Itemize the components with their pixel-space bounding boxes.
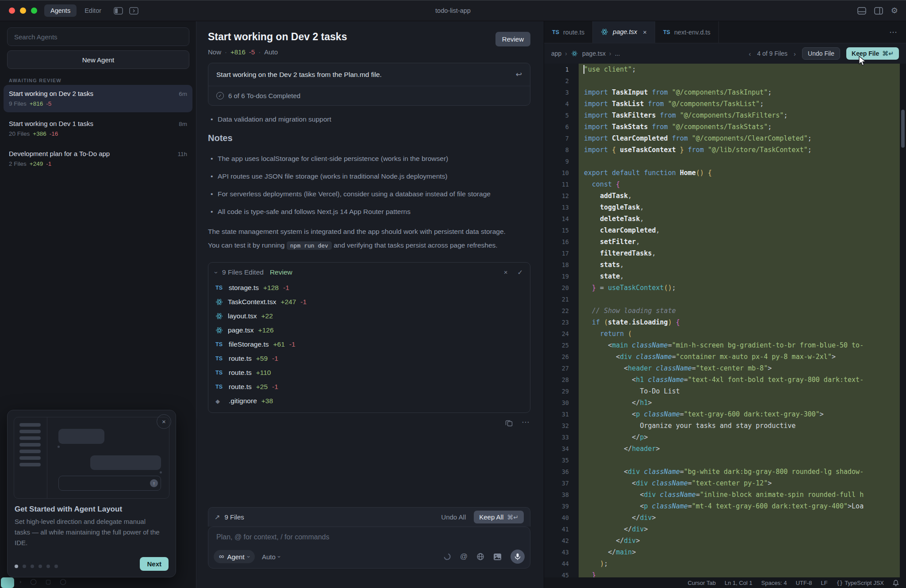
- code-line[interactable]: 24 return (: [544, 328, 906, 340]
- toggle-right-panel-icon[interactable]: [874, 7, 883, 15]
- mention-icon[interactable]: @: [460, 552, 468, 561]
- agent-list-item[interactable]: Development plan for a To-Do app11h2 Fil…: [4, 145, 192, 172]
- file-row[interactable]: ◆.gitignore+38: [208, 394, 530, 408]
- pagination-dot[interactable]: [15, 565, 18, 568]
- notifications-bell-icon[interactable]: [893, 580, 899, 586]
- collapse-chevron-icon[interactable]: ›: [213, 271, 220, 274]
- editor-scrollbar[interactable]: [900, 64, 906, 577]
- pagination-dot[interactable]: [54, 565, 58, 568]
- pagination-dot[interactable]: [38, 565, 42, 568]
- copy-icon[interactable]: [505, 419, 513, 427]
- zoom-window-button[interactable]: [31, 8, 37, 14]
- minimize-window-button[interactable]: [20, 8, 26, 14]
- code-line[interactable]: 35: [544, 454, 906, 466]
- code-line[interactable]: 4import TaskList from "@/components/Task…: [544, 98, 906, 110]
- code-line[interactable]: 25 <main className="min-h-screen bg-grad…: [544, 340, 906, 351]
- accept-all-icon[interactable]: ✓: [517, 268, 523, 276]
- code-line[interactable]: 15 clearCompleted,: [544, 225, 906, 236]
- status-item[interactable]: UTF-8: [796, 580, 812, 586]
- next-file-icon[interactable]: ›: [794, 50, 796, 57]
- prompt-composer[interactable]: Plan, @ for context, / for commands ∞ Ag…: [208, 527, 530, 569]
- close-tab-icon[interactable]: ×: [643, 28, 647, 36]
- web-globe-icon[interactable]: [476, 553, 484, 561]
- breadcrumb-root[interactable]: app: [551, 50, 561, 57]
- pagination-dot[interactable]: [46, 565, 50, 568]
- todos-progress-row[interactable]: ✓ 6 of 6 To-dos Completed: [208, 86, 530, 105]
- pagination-dot[interactable]: [23, 565, 26, 568]
- code-line[interactable]: 17 filteredTasks,: [544, 248, 906, 259]
- breadcrumb-more[interactable]: ...: [615, 50, 620, 57]
- tab-overflow-icon[interactable]: ⋯: [889, 27, 898, 37]
- tab-agents[interactable]: Agents: [44, 4, 77, 17]
- breadcrumb-file[interactable]: page.tsx: [582, 50, 606, 57]
- attach-image-icon[interactable]: [493, 553, 502, 561]
- editor-tab-page.tsx[interactable]: page.tsx×: [593, 21, 655, 43]
- code-line[interactable]: 42 </div>: [544, 535, 906, 546]
- agent-mode-selector[interactable]: ∞ Agent ›: [214, 550, 255, 563]
- code-line[interactable]: 7import ClearCompleted from "@/component…: [544, 133, 906, 144]
- file-row[interactable]: TSroute.ts+25-1: [208, 380, 530, 394]
- settings-gear-icon[interactable]: ⚙: [891, 7, 898, 15]
- code-line[interactable]: 39 <p className="mt-4 text-gray-600 dark…: [544, 500, 906, 512]
- language-mode[interactable]: {}TypeScript JSX: [837, 580, 884, 586]
- file-row[interactable]: TaskContext.tsx+247-1: [208, 295, 530, 309]
- more-options-icon[interactable]: ⋯: [522, 419, 530, 427]
- square-icon[interactable]: ▢: [46, 578, 51, 585]
- code-line[interactable]: 3import TaskInput from "@/components/Tas…: [544, 87, 906, 98]
- code-line[interactable]: 34 </header>: [544, 443, 906, 454]
- code-line[interactable]: 5import TaskFilters from "@/components/T…: [544, 110, 906, 121]
- code-line[interactable]: 23 if (state.isLoading) {: [544, 317, 906, 328]
- circle-icon[interactable]: ◯: [60, 578, 66, 585]
- code-line[interactable]: 19 state,: [544, 271, 906, 282]
- code-line[interactable]: 28 <h1 className="text-4xl font-bold tex…: [544, 374, 906, 386]
- scrollbar-thumb[interactable]: [901, 110, 905, 148]
- keep-file-button[interactable]: Keep File ⌘↵: [846, 47, 899, 60]
- status-item[interactable]: Ln 1, Col 1: [725, 580, 752, 586]
- code-line[interactable]: 13 toggleTask,: [544, 202, 906, 213]
- editor-tab-route.ts[interactable]: TSroute.ts: [544, 21, 593, 43]
- code-area[interactable]: 1"use client";23import TaskInput from "@…: [544, 64, 906, 577]
- code-line[interactable]: 33 </p>: [544, 431, 906, 443]
- agent-list-item[interactable]: Start working on Dev 1 tasks8m20 Files+3…: [4, 115, 192, 142]
- code-line[interactable]: 37 <div className="text-center py-12">: [544, 477, 906, 489]
- file-row[interactable]: TSfileStorage.ts+61-1: [208, 337, 530, 351]
- code-line[interactable]: 32 Organize your tasks and stay producti…: [544, 420, 906, 431]
- code-line[interactable]: 16 setFilter,: [544, 236, 906, 248]
- circle-icon[interactable]: ◯: [30, 578, 37, 585]
- code-line[interactable]: 14 deleteTask,: [544, 213, 906, 225]
- undo-file-button[interactable]: Undo File: [802, 47, 840, 60]
- chevron-right-icon[interactable]: ›: [19, 578, 21, 585]
- close-window-button[interactable]: [9, 8, 15, 14]
- open-panel-icon[interactable]: [129, 7, 138, 15]
- code-line[interactable]: 22 // Show loading state: [544, 305, 906, 317]
- file-row[interactable]: page.tsx+126: [208, 323, 530, 337]
- code-line[interactable]: 10export default function Home() {: [544, 167, 906, 179]
- next-button[interactable]: Next: [140, 557, 169, 571]
- code-line[interactable]: 20 } = useTaskContext();: [544, 282, 906, 294]
- search-agents-input[interactable]: Search Agents: [7, 27, 189, 46]
- code-line[interactable]: 11 const {: [544, 179, 906, 190]
- dock-badge[interactable]: [1, 577, 14, 588]
- code-line[interactable]: 9: [544, 156, 906, 167]
- close-icon[interactable]: ×: [157, 414, 171, 429]
- agent-list-item[interactable]: Start working on Dev 2 tasks6m9 Files+81…: [4, 85, 192, 112]
- toggle-bottom-panel-icon[interactable]: [857, 7, 866, 15]
- code-line[interactable]: 26 <div className="container mx-auto px-…: [544, 351, 906, 363]
- reject-all-icon[interactable]: ×: [504, 268, 508, 276]
- code-line[interactable]: 8import { useTaskContext } from "@/lib/s…: [544, 144, 906, 156]
- status-item[interactable]: Cursor Tab: [688, 580, 716, 586]
- code-line[interactable]: 27 <header className="text-center mb-8">: [544, 363, 906, 374]
- file-row[interactable]: TSroute.ts+110: [208, 366, 530, 380]
- code-line[interactable]: 29 To-Do List: [544, 386, 906, 397]
- keep-all-button[interactable]: Keep All ⌘↵: [474, 511, 524, 523]
- code-line[interactable]: 2: [544, 75, 906, 87]
- status-item[interactable]: Spaces: 4: [761, 580, 787, 586]
- code-line[interactable]: 40 </div>: [544, 512, 906, 523]
- code-line[interactable]: 43 </main>: [544, 546, 906, 558]
- file-row[interactable]: TSroute.ts+59-1: [208, 351, 530, 366]
- toggle-left-panel-icon[interactable]: [114, 7, 123, 15]
- model-selector[interactable]: Auto ›: [262, 553, 280, 561]
- editor-tab-next-env.d.ts[interactable]: TSnext-env.d.ts: [655, 21, 719, 43]
- status-item[interactable]: LF: [821, 580, 828, 586]
- code-line[interactable]: 1"use client";: [544, 64, 906, 75]
